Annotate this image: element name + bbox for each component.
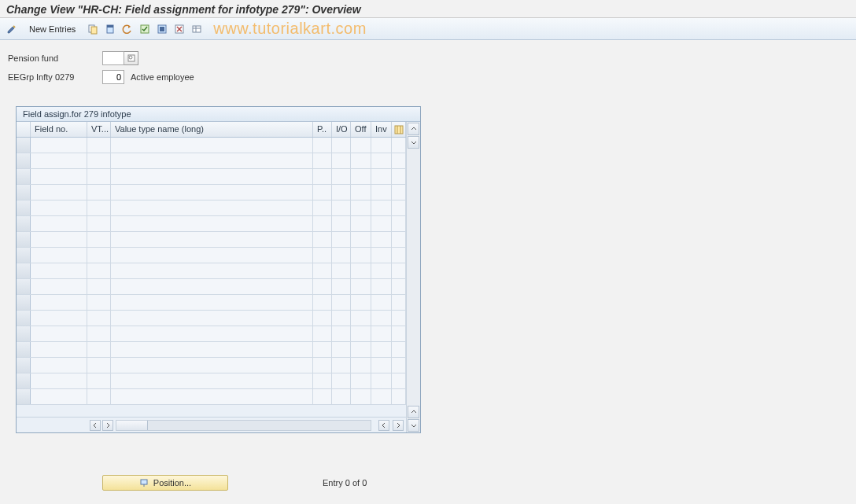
column-inv[interactable]: Inv — [371, 122, 392, 137]
cell-field-no[interactable] — [31, 153, 87, 168]
select-block-icon[interactable] — [155, 22, 169, 36]
table-row[interactable] — [17, 153, 406, 169]
cell-vt[interactable] — [87, 342, 111, 357]
cell-vt-name[interactable] — [111, 263, 313, 278]
cell-p[interactable] — [313, 153, 332, 168]
row-selector[interactable] — [17, 342, 31, 357]
cell-vt[interactable] — [87, 263, 111, 278]
eegrp-input[interactable] — [102, 70, 124, 84]
vscroll-down2-button[interactable] — [408, 419, 419, 432]
column-selector[interactable] — [17, 122, 31, 137]
cell-p[interactable] — [313, 373, 332, 388]
cell-io[interactable] — [332, 326, 351, 341]
cell-p[interactable] — [313, 232, 332, 247]
cell-off[interactable] — [351, 389, 371, 404]
cell-p[interactable] — [313, 342, 332, 357]
cell-vt-name[interactable] — [111, 373, 313, 388]
cell-off[interactable] — [351, 169, 371, 184]
cell-vt-name[interactable] — [111, 342, 313, 357]
cell-vt-name[interactable] — [111, 153, 313, 168]
row-selector[interactable] — [17, 389, 31, 404]
table-row[interactable] — [17, 279, 406, 295]
deselect-all-icon[interactable] — [172, 22, 186, 36]
table-row[interactable] — [17, 216, 406, 232]
cell-io[interactable] — [332, 358, 351, 373]
cell-vt[interactable] — [87, 169, 111, 184]
cell-io[interactable] — [332, 389, 351, 404]
cell-vt-name[interactable] — [111, 311, 313, 326]
cell-p[interactable] — [313, 185, 332, 200]
cell-io[interactable] — [332, 295, 351, 310]
cell-inv[interactable] — [371, 232, 392, 247]
cell-vt-name[interactable] — [111, 200, 313, 215]
cell-io[interactable] — [332, 279, 351, 294]
undo-change-icon[interactable] — [120, 22, 135, 36]
cell-vt[interactable] — [87, 248, 111, 263]
table-row[interactable] — [17, 169, 406, 185]
column-vt[interactable]: VT... — [87, 122, 111, 137]
cell-vt-name[interactable] — [111, 326, 313, 341]
cell-field-no[interactable] — [31, 138, 87, 153]
hscroll-left-button[interactable] — [90, 420, 101, 431]
cell-inv[interactable] — [371, 216, 392, 231]
row-selector[interactable] — [17, 169, 31, 184]
cell-io[interactable] — [332, 342, 351, 357]
cell-vt-name[interactable] — [111, 279, 313, 294]
row-selector[interactable] — [17, 232, 31, 247]
vscroll-down-button[interactable] — [408, 136, 419, 149]
cell-field-no[interactable] — [31, 200, 87, 215]
cell-field-no[interactable] — [31, 373, 87, 388]
cell-field-no[interactable] — [31, 279, 87, 294]
cell-io[interactable] — [332, 138, 351, 153]
row-selector[interactable] — [17, 326, 31, 341]
cell-vt[interactable] — [87, 153, 111, 168]
cell-inv[interactable] — [371, 342, 392, 357]
cell-vt[interactable] — [87, 279, 111, 294]
cell-io[interactable] — [332, 311, 351, 326]
cell-vt[interactable] — [87, 326, 111, 341]
cell-p[interactable] — [313, 200, 332, 215]
cell-inv[interactable] — [371, 169, 392, 184]
column-p[interactable]: P.. — [313, 122, 332, 137]
cell-field-no[interactable] — [31, 311, 87, 326]
hscroll-track[interactable] — [116, 420, 371, 431]
cell-inv[interactable] — [371, 311, 392, 326]
cell-off[interactable] — [351, 358, 371, 373]
cell-vt-name[interactable] — [111, 295, 313, 310]
column-vt-name[interactable]: Value type name (long) — [111, 122, 313, 137]
cell-p[interactable] — [313, 311, 332, 326]
cell-off[interactable] — [351, 200, 371, 215]
column-io[interactable]: I/O — [332, 122, 351, 137]
cell-off[interactable] — [351, 342, 371, 357]
copy-as-icon[interactable] — [86, 22, 100, 36]
cell-inv[interactable] — [371, 358, 392, 373]
table-row[interactable] — [17, 326, 406, 342]
cell-vt[interactable] — [87, 389, 111, 404]
cell-field-no[interactable] — [31, 248, 87, 263]
table-row[interactable] — [17, 232, 406, 248]
cell-p[interactable] — [313, 138, 332, 153]
cell-vt[interactable] — [87, 311, 111, 326]
table-row[interactable] — [17, 373, 406, 389]
cell-inv[interactable] — [371, 389, 392, 404]
cell-off[interactable] — [351, 232, 371, 247]
cell-vt-name[interactable] — [111, 389, 313, 404]
cell-vt[interactable] — [87, 373, 111, 388]
row-selector[interactable] — [17, 138, 31, 153]
column-field-no[interactable]: Field no. — [31, 122, 87, 137]
cell-io[interactable] — [332, 169, 351, 184]
cell-off[interactable] — [351, 216, 371, 231]
cell-off[interactable] — [351, 138, 371, 153]
cell-field-no[interactable] — [31, 358, 87, 373]
table-row[interactable] — [17, 295, 406, 311]
select-all-icon[interactable] — [138, 22, 152, 36]
row-selector[interactable] — [17, 153, 31, 168]
cell-vt-name[interactable] — [111, 138, 313, 153]
hscroll-left2-button[interactable] — [378, 420, 389, 431]
row-selector[interactable] — [17, 295, 31, 310]
cell-field-no[interactable] — [31, 342, 87, 357]
pension-fund-input[interactable] — [102, 51, 124, 65]
toggle-display-change-icon[interactable] — [5, 22, 19, 36]
cell-vt-name[interactable] — [111, 169, 313, 184]
cell-field-no[interactable] — [31, 216, 87, 231]
